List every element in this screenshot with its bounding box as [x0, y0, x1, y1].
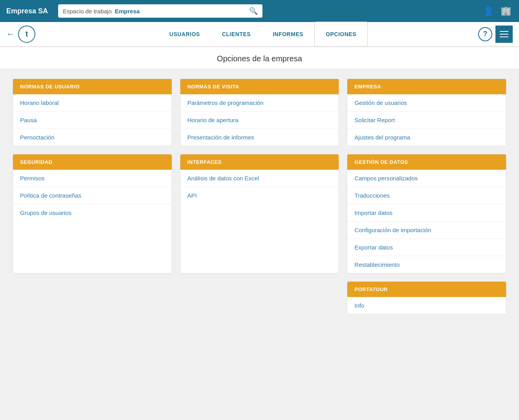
card-body-normas-visita: Parámetros de programaciónHorario de ape…: [180, 94, 339, 146]
buildings-icon[interactable]: 🏢: [499, 4, 513, 18]
hamburger-button[interactable]: [495, 26, 513, 43]
nav-right: ?: [478, 26, 513, 43]
card-body-portatour: Info: [347, 297, 506, 314]
card-body-gestion-datos: Campos personalizadosTraduccionesImporta…: [347, 170, 506, 273]
card-header-empresa: EMPRESA: [347, 79, 506, 94]
card-body-empresa: Gestión de usuariosSolicitar ReportAjust…: [347, 94, 506, 146]
card-header-gestion-datos: GESTIÓN DE DATOS: [347, 154, 506, 170]
card-item[interactable]: Horario de apertura: [180, 112, 339, 129]
card-item[interactable]: Importar datos: [347, 204, 506, 222]
card-item[interactable]: Exportar datos: [347, 239, 506, 256]
card-normas-usuario: NORMAS DE USUARIOHorario laboralPausaPer…: [13, 79, 172, 146]
card-item[interactable]: Horario laboral: [13, 94, 172, 112]
nav-clientes[interactable]: CLIENTES: [211, 22, 262, 47]
hamburger-line-1: [500, 31, 508, 32]
card-body-normas-usuario: Horario laboralPausaPernoctación: [13, 94, 172, 146]
page-title-bar: Opciones de la empresa: [0, 47, 519, 69]
card-item[interactable]: Restablecimiento: [347, 256, 506, 273]
card-header-interfaces: INTERFACES: [180, 154, 339, 170]
card-body-seguridad: PermisosPolítica de contraseñasGrupos de…: [13, 170, 172, 221]
hamburger-line-2: [500, 34, 508, 35]
card-item[interactable]: Solicitar Report: [347, 112, 506, 129]
card-seguridad: SEGURIDADPermisosPolítica de contraseñas…: [13, 154, 172, 273]
card-item[interactable]: Parámetros de programación: [180, 94, 339, 112]
top-bar-icons: 👤 🏢: [481, 4, 513, 18]
help-button[interactable]: ?: [478, 27, 492, 41]
card-portatour: PORTATOURInfo: [347, 281, 506, 314]
top-bar: Empresa SA Espacio de trabajo Empresa 🔍 …: [0, 0, 519, 22]
card-gestion-datos: GESTIÓN DE DATOSCampos personalizadosTra…: [347, 154, 506, 273]
hamburger-line-3: [500, 37, 508, 37]
card-item[interactable]: Configuración de importación: [347, 222, 506, 239]
search-text-prefix: Espacio de trabajo: [63, 8, 112, 15]
card-item[interactable]: Ajustes del programa: [347, 129, 506, 146]
logo-letter: t: [26, 29, 28, 39]
nav-opciones[interactable]: OPCIONES: [314, 22, 368, 47]
card-item[interactable]: Pernoctación: [13, 129, 172, 146]
card-interfaces: INTERFACESAnálisis de datos con ExcelAPI: [180, 154, 339, 273]
card-item[interactable]: Traducciones: [347, 187, 506, 204]
company-title: Empresa SA: [6, 7, 53, 15]
nav-links: USUARIOS CLIENTES INFORMES OPCIONES: [48, 22, 478, 47]
logo: t: [18, 26, 35, 43]
card-item[interactable]: API: [180, 187, 339, 204]
card-header-seguridad: SEGURIDAD: [13, 154, 172, 170]
user-icon[interactable]: 👤: [481, 4, 495, 18]
card-empresa: EMPRESAGestión de usuariosSolicitar Repo…: [347, 79, 506, 146]
card-item[interactable]: Campos personalizados: [347, 170, 506, 187]
main-content: NORMAS DE USUARIOHorario laboralPausaPer…: [0, 69, 519, 420]
card-normas-visita: NORMAS DE VISITAParámetros de programaci…: [180, 79, 339, 146]
card-item[interactable]: Grupos de usuarios: [13, 204, 172, 221]
card-item[interactable]: Análisis de datos con Excel: [180, 170, 339, 187]
cards-grid: NORMAS DE USUARIOHorario laboralPausaPer…: [13, 79, 506, 314]
search-bar[interactable]: Espacio de trabajo Empresa 🔍: [58, 4, 262, 18]
card-header-normas-usuario: NORMAS DE USUARIO: [13, 79, 172, 94]
card-item[interactable]: Pausa: [13, 112, 172, 129]
search-text-bold: Empresa: [115, 8, 139, 15]
card-header-portatour: PORTATOUR: [347, 282, 506, 297]
card-header-normas-visita: NORMAS DE VISITA: [180, 79, 339, 94]
nav-informes[interactable]: INFORMES: [262, 22, 314, 47]
card-item[interactable]: Permisos: [13, 170, 172, 187]
secondary-nav: ← t USUARIOS CLIENTES INFORMES OPCIONES …: [0, 22, 519, 47]
page-title: Opciones de la empresa: [217, 54, 302, 63]
card-item[interactable]: Política de contraseñas: [13, 187, 172, 204]
card-body-interfaces: Análisis de datos con ExcelAPI: [180, 170, 339, 204]
card-item[interactable]: Presentación de informes: [180, 129, 339, 146]
card-item[interactable]: Info: [347, 297, 506, 314]
nav-usuarios[interactable]: USUARIOS: [158, 22, 211, 47]
card-item[interactable]: Gestión de usuarios: [347, 94, 506, 112]
search-icon[interactable]: 🔍: [249, 7, 258, 15]
back-button[interactable]: ←: [6, 29, 15, 39]
